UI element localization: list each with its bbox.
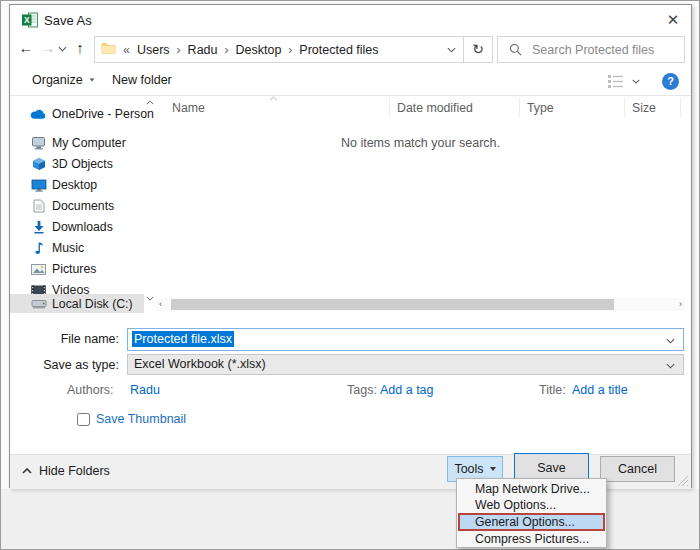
menu-item-compress-pictures[interactable]: Compress Pictures... — [458, 531, 605, 547]
save-thumbnail-checkbox[interactable] — [77, 413, 90, 426]
screenshot-viewport: X Save As ✕ ← → ↑ — [0, 0, 700, 550]
add-a-title-link[interactable]: Add a title — [572, 383, 628, 397]
back-arrow-icon[interactable]: ← — [16, 39, 36, 56]
column-header-type[interactable]: Type — [527, 101, 554, 115]
breadcrumb-overflow-indicator[interactable]: « — [123, 43, 130, 57]
document-icon — [30, 198, 47, 214]
breadcrumb-segment-desktop[interactable]: Desktop — [236, 43, 282, 57]
menu-item-web-options[interactable]: Web Options... — [458, 497, 605, 513]
file-name-dropdown-chevron-icon[interactable] — [666, 338, 675, 344]
search-icon — [509, 43, 522, 56]
search-input[interactable] — [532, 38, 680, 61]
menu-item-general-options[interactable]: General Options... — [458, 513, 605, 531]
sidebar-item-downloads[interactable]: Downloads — [10, 217, 144, 237]
address-bar: ← → ↑ « Users › Radu — [10, 36, 691, 64]
refresh-icon[interactable]: ↻ — [463, 36, 493, 63]
scroll-right-icon[interactable]: › — [679, 298, 682, 311]
chevron-up-icon — [22, 468, 32, 474]
file-name-input[interactable]: Protected file.xlsx — [127, 328, 684, 351]
save-thumbnail-label: Save Thumbnail — [96, 412, 186, 426]
excel-app-icon: X — [22, 12, 38, 28]
horizontal-scrollbar[interactable]: ‹ › — [156, 298, 685, 311]
column-header-size[interactable]: Size — [632, 101, 656, 115]
search-box — [497, 36, 685, 63]
new-folder-label: New folder — [112, 73, 172, 87]
resize-grip[interactable] — [678, 476, 688, 486]
empty-list-message: No items match your search. — [156, 136, 685, 150]
breadcrumb-separator: › — [288, 43, 292, 57]
column-header-name[interactable]: Name — [172, 101, 205, 115]
sidebar-item-label: OneDrive - Person — [52, 107, 154, 121]
column-divider[interactable] — [680, 98, 681, 117]
new-folder-button[interactable]: New folder — [112, 73, 172, 87]
music-note-icon — [30, 240, 47, 256]
command-toolbar: Organize New folder ? — [10, 67, 691, 96]
close-icon[interactable]: ✕ — [661, 8, 685, 32]
sidebar-scroll-up-icon[interactable] — [146, 100, 154, 105]
sidebar-item-label: Local Disk (C:) — [52, 297, 133, 311]
title-bar: X Save As ✕ — [10, 5, 691, 35]
sidebar-item-my-computer[interactable]: My Computer — [10, 133, 144, 153]
column-divider[interactable] — [624, 98, 625, 117]
tags-label: Tags: — [347, 383, 377, 397]
title-label: Title: — [539, 383, 566, 397]
computer-icon — [30, 135, 47, 151]
sidebar-item-label: Desktop — [52, 178, 97, 192]
sidebar-item-3d-objects[interactable]: 3D Objects — [10, 154, 144, 174]
address-dropdown-chevron-icon[interactable] — [447, 47, 456, 53]
desktop-monitor-icon — [30, 177, 47, 193]
download-arrow-icon — [30, 219, 47, 235]
sidebar-item-local-disk-c[interactable]: Local Disk (C:) — [10, 294, 144, 313]
file-list-header: Name Date modified Type Size — [156, 96, 685, 119]
breadcrumb-segment-protected-files[interactable]: Protected files — [299, 43, 378, 57]
column-divider[interactable] — [519, 98, 520, 117]
save-as-type-select[interactable]: Excel Workbook (*.xlsx) — [127, 354, 684, 375]
sort-ascending-icon — [269, 96, 278, 101]
sidebar-item-label: My Computer — [52, 136, 126, 150]
svg-text:X: X — [24, 15, 30, 25]
file-name-label: File name: — [10, 332, 119, 346]
scrollbar-thumb[interactable] — [171, 299, 614, 310]
main-area: OneDrive - Person My Computer — [10, 96, 691, 312]
authors-value-link[interactable]: Radu — [130, 383, 160, 397]
up-arrow-icon[interactable]: ↑ — [70, 39, 90, 56]
file-list-pane: Name Date modified Type Size No items ma… — [156, 96, 685, 312]
forward-arrow-icon[interactable]: → — [38, 39, 58, 56]
navigation-sidebar: OneDrive - Person My Computer — [10, 96, 144, 312]
hide-folders-button[interactable]: Hide Folders — [22, 464, 110, 478]
save-as-type-chevron-icon[interactable] — [666, 363, 675, 369]
sidebar-item-label: 3D Objects — [52, 157, 113, 171]
save-as-type-label: Save as type: — [10, 358, 119, 372]
sidebar-item-label: Pictures — [52, 262, 96, 276]
sidebar-item-onedrive[interactable]: OneDrive - Person — [10, 104, 144, 124]
3d-cube-icon — [30, 156, 47, 172]
organize-button[interactable]: Organize — [32, 73, 95, 87]
details-view-icon[interactable] — [607, 74, 624, 92]
view-options-chevron-icon[interactable] — [632, 79, 640, 84]
breadcrumb[interactable]: « Users › Radu › Desktop › Protected fil… — [94, 36, 464, 63]
column-divider[interactable] — [389, 98, 390, 117]
sidebar-item-documents[interactable]: Documents — [10, 196, 144, 216]
cancel-button[interactable]: Cancel — [600, 456, 675, 482]
sidebar-item-pictures[interactable]: Pictures — [10, 259, 144, 279]
recent-locations-chevron-icon[interactable] — [58, 46, 67, 52]
breadcrumb-segment-radu[interactable]: Radu — [188, 43, 218, 57]
sidebar-item-label: Music — [52, 241, 84, 255]
save-as-dialog: X Save As ✕ ← → ↑ — [9, 4, 692, 488]
sidebar-item-desktop[interactable]: Desktop — [10, 175, 144, 195]
sidebar-scroll-down-icon[interactable] — [146, 296, 154, 301]
breadcrumb-segment-users[interactable]: Users — [137, 43, 170, 57]
save-as-type-value: Excel Workbook (*.xlsx) — [134, 357, 266, 371]
sidebar-item-music[interactable]: Music — [10, 238, 144, 258]
add-a-tag-link[interactable]: Add a tag — [380, 383, 434, 397]
tools-dropdown-menu: Map Network Drive... Web Options... Gene… — [456, 478, 607, 548]
sidebar-item-label: Documents — [52, 199, 114, 213]
hard-disk-icon — [30, 296, 47, 312]
menu-item-map-network-drive[interactable]: Map Network Drive... — [458, 481, 605, 497]
column-header-date-modified[interactable]: Date modified — [397, 101, 473, 115]
organize-chevron-icon — [89, 78, 94, 81]
window-title: Save As — [44, 13, 92, 28]
tools-dropdown-arrow-icon — [490, 467, 496, 471]
scroll-left-icon[interactable]: ‹ — [159, 298, 162, 311]
help-icon[interactable]: ? — [662, 73, 679, 90]
